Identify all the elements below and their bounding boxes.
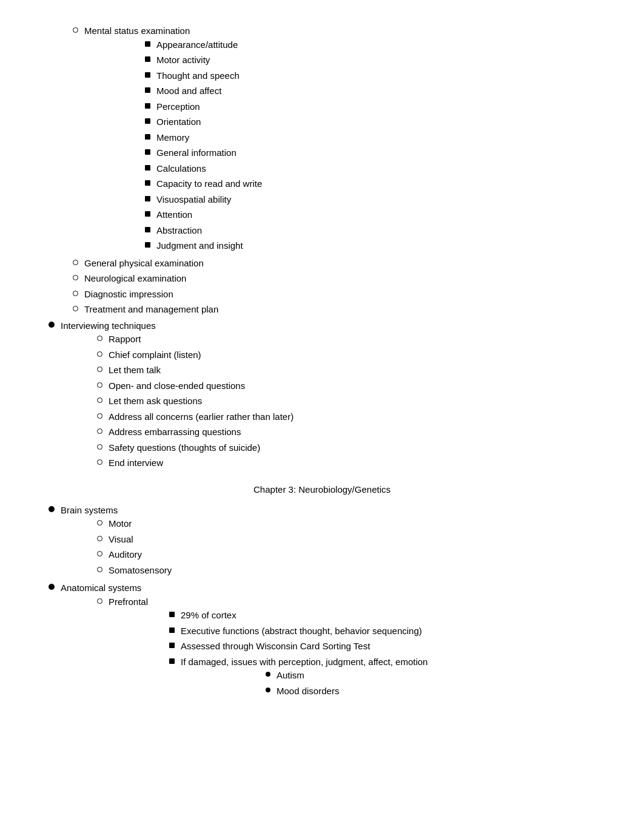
circle-bullet [97, 551, 102, 556]
list-item: Visual [97, 533, 172, 547]
prefrontal-item: Prefrontal 29% of cortex Executive funct… [97, 595, 428, 702]
list-item: Orientation [145, 115, 262, 129]
anatomical-systems-label: Anatomical systems [61, 583, 141, 593]
brain-systems-subitems: Motor Visual Auditory Somatosensory [97, 517, 172, 577]
square-bullet [145, 180, 150, 186]
chapter-heading: Chapter 3: Neurobiology/Genetics [36, 484, 608, 495]
square-bullet [145, 242, 150, 248]
top-level-list: Mental status examination Appearance/att… [73, 24, 608, 317]
list-item: Thought and speech [145, 69, 262, 83]
prefrontal-label: Prefrontal [109, 597, 148, 607]
square-bullet [169, 658, 175, 664]
circle-bullet [73, 27, 78, 33]
list-item: Appearance/attitude [145, 38, 262, 52]
square-bullet [169, 643, 175, 648]
filled-small-bullet [266, 672, 270, 677]
square-bullet [145, 72, 150, 78]
list-item: Let them ask questions [97, 394, 293, 408]
mental-status-label: Mental status examination [84, 25, 190, 36]
circle-bullet [97, 382, 102, 388]
list-item: Safety questions (thoughts of suicide) [97, 441, 293, 455]
square-bullet [145, 41, 150, 47]
interviewing-techniques-item: Interviewing techniques Rapport Chief co… [49, 319, 608, 472]
list-item: Capacity to read and write [145, 177, 262, 191]
circle-bullet [73, 275, 78, 280]
brain-systems-label: Brain systems [61, 505, 118, 515]
treatment-item: Treatment and management plan [73, 303, 608, 317]
neurological-item: Neurological examination [73, 272, 608, 286]
damaged-item: If damaged, issues with perception, judg… [169, 655, 428, 700]
circle-bullet [73, 306, 78, 311]
filled-small-bullet [266, 688, 270, 692]
list-item: Calculations [145, 162, 262, 176]
mental-status-subitems: Appearance/attitude Motor activity Thoug… [145, 38, 262, 253]
square-bullet [145, 227, 150, 232]
list-item: Assessed through Wisconsin Card Sorting … [169, 640, 428, 654]
list-item: Auditory [97, 548, 172, 562]
list-item: Judgment and insight [145, 239, 262, 253]
circle-bullet [97, 598, 102, 604]
circle-bullet [97, 444, 102, 450]
list-item: Chief complaint (listen) [97, 348, 293, 362]
anatomical-subitems: Prefrontal 29% of cortex Executive funct… [97, 595, 428, 702]
main-list: Interviewing techniques Rapport Chief co… [49, 319, 608, 472]
list-item: General information [145, 146, 262, 160]
circle-bullet [97, 351, 102, 357]
interviewing-subitems: Rapport Chief complaint (listen) Let the… [97, 333, 293, 470]
list-item: Abstraction [145, 224, 262, 238]
list-item: Let them talk [97, 363, 293, 377]
list-item: Somatosensory [97, 564, 172, 578]
brain-systems-item: Brain systems Motor Visual Auditory Soma… [49, 504, 608, 580]
damaged-label: If damaged, issues with perception, judg… [181, 657, 428, 667]
filled-bullet [49, 322, 55, 328]
list-item: Address all concerns (earlier rather tha… [97, 410, 293, 424]
circle-bullet [97, 397, 102, 403]
square-bullet [145, 134, 150, 140]
list-item: Memory [145, 131, 262, 145]
list-item: 29% of cortex [169, 609, 428, 623]
square-bullet [145, 103, 150, 109]
list-item: Executive functions (abstract thought, b… [169, 624, 428, 638]
prefrontal-subitems: 29% of cortex Executive functions (abstr… [169, 609, 428, 700]
square-bullet [145, 56, 150, 62]
filled-bullet [49, 506, 55, 512]
damaged-subitems: Autism Mood disorders [266, 669, 428, 698]
list-item: Rapport [97, 333, 293, 347]
list-item: Autism [266, 669, 428, 683]
mental-status-item: Mental status examination Appearance/att… [73, 24, 608, 255]
diagnostic-label: Diagnostic impression [84, 288, 173, 302]
diagnostic-item: Diagnostic impression [73, 288, 608, 302]
circle-bullet [97, 520, 102, 526]
circle-bullet [97, 536, 102, 541]
circle-bullet [97, 459, 102, 465]
neurological-label: Neurological examination [84, 272, 186, 286]
treatment-label: Treatment and management plan [84, 303, 218, 317]
list-item: Mood disorders [266, 685, 428, 698]
circle-bullet [73, 260, 78, 265]
list-item: Motor activity [145, 53, 262, 67]
list-item: Visuospatial ability [145, 193, 262, 207]
circle-bullet [97, 367, 102, 372]
list-item: End interview [97, 456, 293, 470]
circle-bullet [97, 336, 102, 341]
anatomical-systems-item: Anatomical systems Prefrontal 29% of cor… [49, 581, 608, 703]
list-item: Motor [97, 517, 172, 531]
square-bullet [145, 196, 150, 201]
list-item: Address embarrassing questions [97, 425, 293, 439]
circle-bullet [97, 428, 102, 434]
square-bullet [145, 149, 150, 155]
filled-bullet [49, 584, 55, 590]
square-bullet [145, 211, 150, 217]
circle-bullet [73, 291, 78, 296]
list-item: Perception [145, 100, 262, 114]
square-bullet [145, 118, 150, 124]
square-bullet [169, 627, 175, 633]
general-physical-label: General physical examination [84, 257, 204, 271]
list-item: Open- and close-ended questions [97, 379, 293, 393]
square-bullet [169, 612, 175, 617]
list-item: Attention [145, 208, 262, 222]
circle-bullet [97, 567, 102, 572]
chapter3-list: Brain systems Motor Visual Auditory Soma… [49, 504, 608, 704]
general-physical-item: General physical examination [73, 257, 608, 271]
interviewing-techniques-label: Interviewing techniques [61, 320, 156, 331]
